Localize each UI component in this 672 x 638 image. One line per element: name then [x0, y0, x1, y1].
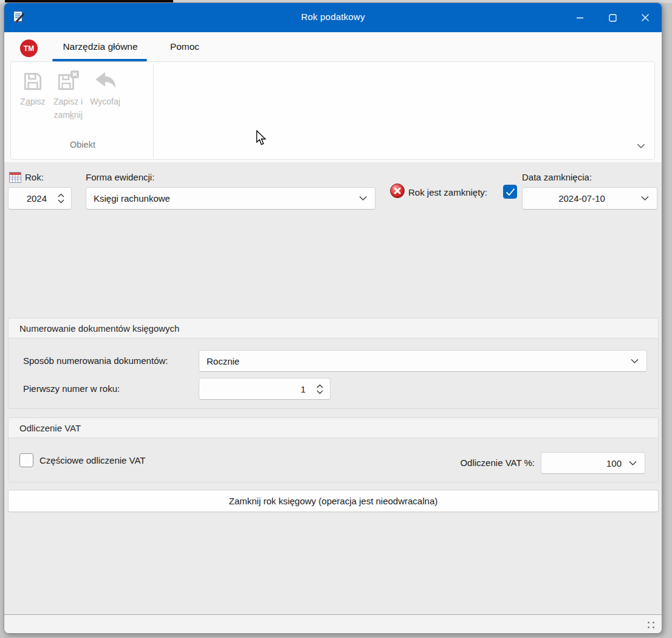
save-button[interactable]: Zapisz: [16, 66, 50, 125]
tab-label: Narzędzia główne: [63, 41, 137, 52]
checkmark-icon: [506, 188, 515, 196]
ribbon: Zapisz Z: [10, 61, 655, 160]
rok-label: Rok:: [25, 171, 44, 184]
czesciowe-odliczenie-label: Częściowe odliczenie VAT: [39, 454, 146, 467]
tab-label: Pomoc: [170, 41, 199, 52]
save-label: Zapisz: [20, 95, 45, 108]
czesciowe-odliczenie-checkbox[interactable]: [19, 453, 33, 467]
numbering-section: Numerowanie dokumentów księgowych Sposób…: [8, 318, 659, 409]
pierwszy-numer-value: 1: [199, 384, 313, 394]
save-and-close-button[interactable]: Zapisz izamknij: [50, 66, 86, 125]
chevron-down-icon: [641, 196, 649, 201]
spinner-down-icon[interactable]: [58, 199, 64, 204]
save-and-close-icon: [55, 68, 81, 95]
ribbon-collapse-button[interactable]: [634, 141, 648, 151]
vat-section-header: Odliczenie VAT: [9, 418, 658, 438]
rok-spin-buttons[interactable]: [54, 193, 67, 204]
undo-button[interactable]: Wycofaj: [86, 66, 124, 125]
chevron-down-icon: [637, 143, 645, 149]
chevron-down-icon: [631, 358, 639, 364]
minimize-button[interactable]: [563, 3, 596, 32]
forma-ewidencji-label: Forma ewidencji:: [86, 171, 154, 184]
rok-zamkniety-label: Rok jest zamknięty:: [408, 187, 487, 199]
screen: Rok podatkowy: [0, 0, 672, 638]
rok-value: 2024: [9, 193, 54, 204]
window-controls: [563, 3, 662, 32]
pierwszy-numer-spin-buttons[interactable]: [313, 384, 326, 394]
sposob-numerowania-dropdown[interactable]: Rocznie: [199, 350, 647, 372]
maximize-button[interactable]: [596, 3, 629, 32]
undo-arrow-icon: [92, 68, 118, 95]
pierwszy-numer-label: Pierwszy numer w roku:: [23, 383, 120, 395]
spinner-up-icon[interactable]: [58, 193, 64, 197]
status-bar: [4, 614, 662, 633]
ribbon-group-label: Obiekt: [11, 140, 154, 149]
pierwszy-numer-spinner[interactable]: 1: [199, 378, 331, 400]
vat-section: Odliczenie VAT Częściowe odliczenie VAT …: [8, 417, 659, 482]
rok-zamkniety-checkbox[interactable]: [503, 185, 517, 199]
close-year-button-label: Zamknij rok księgowy (operacja jest nieo…: [229, 496, 437, 506]
vat-section-title: Odliczenie VAT: [19, 423, 81, 433]
odliczenie-vat-label: Odliczenie VAT %:: [373, 457, 535, 469]
spinner-up-icon[interactable]: [317, 384, 323, 388]
sposob-numerowania-value: Rocznie: [199, 356, 631, 366]
spinner-down-icon[interactable]: [317, 390, 323, 394]
forma-ewidencji-value: Księgi rachunkowe: [86, 193, 359, 204]
titlebar[interactable]: Rok podatkowy: [4, 3, 662, 32]
maximize-icon: [609, 14, 617, 22]
save-and-close-label: Zapisz izamknij: [53, 95, 83, 122]
numbering-section-title: Numerowanie dokumentów księgowych: [19, 323, 179, 334]
resize-grip[interactable]: [648, 622, 655, 629]
undo-label: Wycofaj: [90, 95, 120, 108]
close-button[interactable]: [629, 3, 662, 32]
chevron-down-icon: [359, 196, 367, 201]
app-logo-tm[interactable]: TM: [20, 39, 38, 57]
tab-pomoc[interactable]: Pomoc: [166, 32, 204, 61]
data-zamkniecia-dropdown[interactable]: 2024-07-10: [522, 187, 657, 210]
odliczenie-vat-dropdown[interactable]: 100: [541, 452, 645, 474]
rok-spinner[interactable]: 2024: [8, 187, 72, 210]
ribbon-group-separator: [153, 63, 154, 158]
close-icon: [641, 13, 650, 22]
tab-narzedzia-glowne[interactable]: Narzędzia główne: [54, 32, 146, 61]
sposob-numerowania-label: Sposób numerowania dokumentów:: [23, 355, 168, 367]
calendar-icon: [9, 172, 21, 183]
data-zamkniecia-value: 2024-07-10: [523, 193, 641, 204]
forma-ewidencji-dropdown[interactable]: Księgi rachunkowe: [86, 187, 375, 210]
minimize-icon: [576, 14, 584, 22]
close-year-button[interactable]: Zamknij rok księgowy (operacja jest nieo…: [8, 490, 659, 512]
odliczenie-vat-value: 100: [541, 458, 629, 468]
mouse-cursor: [255, 130, 267, 146]
data-zamkniecia-label: Data zamknięcia:: [522, 171, 592, 184]
ribbon-group-obiekt: Zapisz Z: [11, 62, 154, 159]
year-closed-error-icon: [390, 184, 405, 198]
chevron-down-icon: [629, 461, 637, 466]
save-icon: [19, 68, 46, 95]
numbering-section-header: Numerowanie dokumentów księgowych: [9, 318, 658, 338]
rok-podatkowy-window: Rok podatkowy: [4, 2, 662, 634]
